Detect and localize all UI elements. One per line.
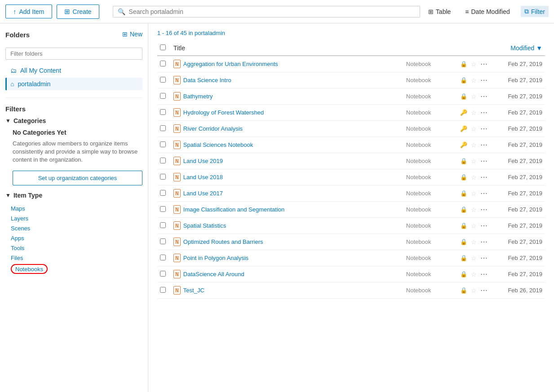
notebook-icon: N <box>173 60 181 68</box>
more-options-icon[interactable]: ⋯ <box>480 254 488 262</box>
star-icon[interactable]: ☆ <box>471 271 477 278</box>
more-options-icon[interactable]: ⋯ <box>480 205 488 214</box>
date-modified-button[interactable]: ≡ Date Modified <box>461 6 514 17</box>
item-title-link[interactable]: Aggregation for Urban Environments <box>183 61 278 67</box>
more-options-icon[interactable]: ⋯ <box>480 157 488 165</box>
layers-link[interactable]: Layers <box>11 215 28 222</box>
row-checkbox[interactable] <box>160 158 166 163</box>
row-checkbox-cell <box>157 72 171 88</box>
categories-header[interactable]: ▼ Categories <box>5 117 142 124</box>
filter-button[interactable]: ⧉ Filter <box>521 6 549 17</box>
row-date-cell: Feb 27, 2019 <box>491 218 545 234</box>
item-title-link[interactable]: Image Classification and Segmentation <box>183 206 284 213</box>
new-label: New <box>130 31 142 38</box>
row-date-cell: Feb 27, 2019 <box>491 202 545 218</box>
star-icon[interactable]: ☆ <box>471 287 477 294</box>
star-icon[interactable]: ☆ <box>471 141 477 149</box>
star-icon[interactable]: ☆ <box>471 174 477 181</box>
item-title-link[interactable]: River Corridor Analysis <box>183 125 243 132</box>
item-title-link[interactable]: Bathymetry <box>183 93 213 100</box>
row-checkbox[interactable] <box>160 238 166 244</box>
scenes-link[interactable]: Scenes <box>11 225 30 232</box>
tools-link[interactable]: Tools <box>11 245 24 251</box>
row-checkbox[interactable] <box>160 206 166 212</box>
more-options-icon[interactable]: ⋯ <box>480 141 488 149</box>
star-icon[interactable]: ☆ <box>471 222 477 229</box>
star-icon[interactable]: ☆ <box>471 77 477 84</box>
row-actions-cell: 🔒 ☆ ⋯ <box>445 185 490 202</box>
row-checkbox[interactable] <box>160 287 166 293</box>
list-item: Maps <box>11 203 142 213</box>
more-options-icon[interactable]: ⋯ <box>480 173 488 181</box>
apps-link[interactable]: Apps <box>11 235 24 242</box>
more-options-icon[interactable]: ⋯ <box>480 189 488 198</box>
new-folder-button[interactable]: ⊞ New <box>122 31 142 38</box>
row-type-cell: Notebook <box>403 282 445 299</box>
item-title-link[interactable]: Land Use 2018 <box>183 174 223 181</box>
item-title-link[interactable]: Test_JC <box>183 287 204 294</box>
star-icon[interactable]: ☆ <box>471 158 477 165</box>
item-type-header[interactable]: ▼ Item Type <box>5 192 142 199</box>
star-icon[interactable]: ☆ <box>471 125 477 132</box>
more-options-icon[interactable]: ⋯ <box>480 270 488 278</box>
item-title-link[interactable]: Spatial Sciences Notebook <box>183 141 253 148</box>
row-title-cell: N DataScience All Around <box>171 266 403 282</box>
star-icon[interactable]: ☆ <box>471 61 477 68</box>
more-options-icon[interactable]: ⋯ <box>480 76 488 84</box>
row-checkbox[interactable] <box>160 255 166 260</box>
row-checkbox[interactable] <box>160 109 166 115</box>
item-title-link[interactable]: Land Use 2019 <box>183 158 223 164</box>
row-checkbox[interactable] <box>160 222 166 228</box>
item-title-link[interactable]: Hydrology of Forest Watershed <box>183 109 264 116</box>
search-input[interactable] <box>129 8 415 15</box>
portaladmin-folder[interactable]: ⌂ portaladmin <box>5 78 142 90</box>
item-title-link[interactable]: Optimized Routes and Barriers <box>183 238 263 245</box>
star-icon[interactable]: ☆ <box>471 206 477 213</box>
maps-link[interactable]: Maps <box>11 205 25 212</box>
add-item-button[interactable]: ↑ Add Item <box>5 4 52 18</box>
filter-folders-input[interactable] <box>5 48 142 60</box>
row-checkbox-cell <box>157 105 171 121</box>
star-icon[interactable]: ☆ <box>471 255 477 262</box>
table-view-button[interactable]: ⊞ Table <box>425 6 454 17</box>
row-checkbox[interactable] <box>160 141 166 147</box>
results-summary: 1 - 16 of 45 in portaladmin <box>157 30 545 36</box>
row-checkbox[interactable] <box>160 77 166 83</box>
more-options-icon[interactable]: ⋯ <box>480 221 488 230</box>
search-container: 🔍 <box>113 6 420 18</box>
setup-categories-button[interactable]: Set up organization categories <box>13 171 142 185</box>
row-checkbox[interactable] <box>160 271 166 277</box>
row-checkbox[interactable] <box>160 190 166 196</box>
row-checkbox[interactable] <box>160 125 166 131</box>
more-options-icon[interactable]: ⋯ <box>480 286 488 295</box>
item-title-link[interactable]: Data Science Intro <box>183 77 231 84</box>
create-button[interactable]: ⊞ Create <box>57 4 99 19</box>
modified-col-header[interactable]: Modified ▼ <box>491 41 545 56</box>
item-title-link[interactable]: Spatial Statistics <box>183 222 226 229</box>
row-checkbox[interactable] <box>160 174 166 180</box>
more-options-icon[interactable]: ⋯ <box>480 92 488 101</box>
row-checkbox[interactable] <box>160 93 166 99</box>
sort-descending-icon: ▼ <box>536 44 542 52</box>
row-actions-cell: 🔒 ☆ ⋯ <box>445 72 490 88</box>
row-actions-cell: 🔒 ☆ ⋯ <box>445 56 490 72</box>
star-icon[interactable]: ☆ <box>471 93 477 100</box>
item-title-link[interactable]: Point in Polygon Analysis <box>183 255 248 261</box>
item-title-link[interactable]: Land Use 2017 <box>183 190 223 197</box>
row-checkbox-cell <box>157 137 171 153</box>
star-icon[interactable]: ☆ <box>471 190 477 197</box>
more-options-icon[interactable]: ⋯ <box>480 124 488 133</box>
star-icon[interactable]: ☆ <box>471 109 477 116</box>
select-all-checkbox[interactable] <box>160 44 166 50</box>
more-options-icon[interactable]: ⋯ <box>480 60 488 68</box>
star-icon[interactable]: ☆ <box>471 238 477 246</box>
notebooks-link[interactable]: Notebooks <box>15 266 43 273</box>
more-options-icon[interactable]: ⋯ <box>480 238 488 246</box>
all-my-content-folder[interactable]: 🗂 All My Content <box>5 64 142 77</box>
sidebar: Folders ⊞ New 🗂 All My Content ⌂ portala… <box>0 23 148 392</box>
item-title-link[interactable]: DataScience All Around <box>183 271 244 277</box>
files-link[interactable]: Files <box>11 255 23 261</box>
more-options-icon[interactable]: ⋯ <box>480 108 488 117</box>
table-row: N Spatial Sciences Notebook Notebook 🔑 ☆… <box>157 137 545 153</box>
row-checkbox[interactable] <box>160 61 166 66</box>
